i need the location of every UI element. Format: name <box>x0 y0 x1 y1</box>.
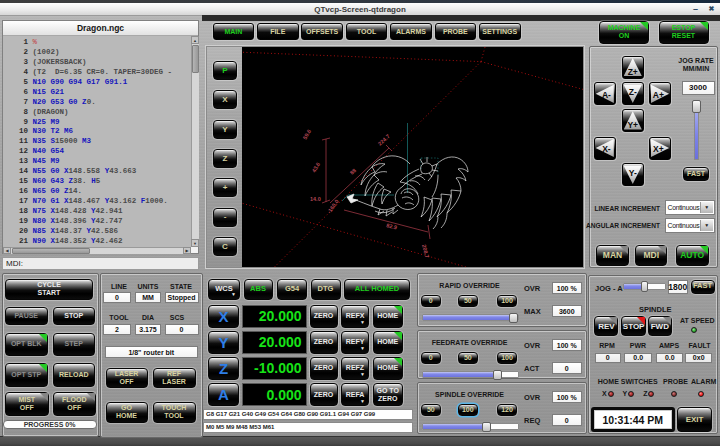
svg-text:59.6: 59.6 <box>302 128 313 140</box>
svg-text:88: 88 <box>349 167 358 176</box>
svg-text:14.0: 14.0 <box>310 196 321 202</box>
svg-text:208.7: 208.7 <box>421 244 430 259</box>
svg-text:224.7: 224.7 <box>377 133 391 147</box>
svg-text:43.6: 43.6 <box>311 161 322 173</box>
svg-text:82.9: 82.9 <box>386 222 398 230</box>
